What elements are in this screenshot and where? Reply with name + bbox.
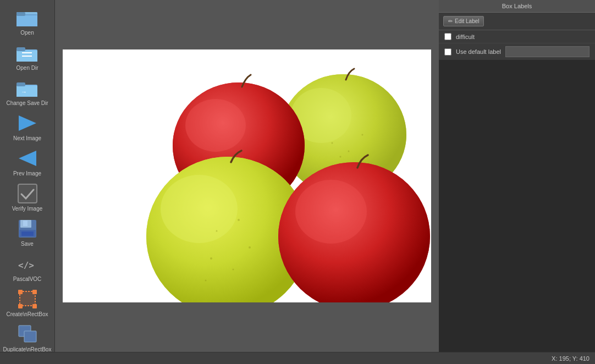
difficult-label: difficult [456, 34, 475, 40]
open-dir-label: Open Dir [16, 65, 38, 71]
svg-point-44 [210, 257, 212, 260]
svg-text:→: → [21, 89, 27, 95]
pascal-voc-icon: </> [16, 253, 38, 275]
svg-text:</>: </> [18, 260, 34, 271]
main-layout: Open Open Dir → [0, 0, 595, 352]
panel-toolbar: ✏ Edit Label [439, 13, 595, 30]
svg-marker-14 [19, 115, 36, 131]
toolbar: Open Open Dir → [0, 0, 55, 352]
toolbar-item-prev-image[interactable]: Prev Image [3, 145, 52, 179]
toolbar-item-duplicate-rectbox[interactable]: Duplicate\nRectBox [3, 321, 52, 352]
use-default-label-checkbox[interactable] [444, 48, 451, 56]
prev-image-label: Prev Image [13, 170, 41, 177]
right-panel: Box Labels ✏ Edit Label difficult Use de… [438, 0, 595, 352]
difficult-checkbox-row: difficult [439, 30, 595, 43]
image-container [63, 49, 431, 302]
save-label: Save [21, 241, 34, 247]
svg-marker-11 [16, 86, 37, 97]
svg-marker-15 [19, 151, 36, 166]
svg-point-50 [331, 142, 333, 144]
create-rectbox-label: Create\nRectBox [6, 311, 48, 318]
svg-rect-12 [16, 82, 25, 86]
duplicate-rectbox-icon [16, 323, 38, 345]
next-image-icon [16, 112, 38, 134]
create-rectbox-icon [16, 288, 38, 310]
change-save-dir-label: Change Save Dir [6, 100, 48, 107]
coordinates: X: 195; Y: 410 [552, 355, 590, 362]
svg-rect-19 [23, 220, 27, 226]
open-label: Open [20, 30, 34, 36]
toolbar-item-save[interactable]: Save [3, 216, 52, 250]
svg-point-43 [295, 180, 367, 244]
svg-point-46 [249, 246, 251, 249]
pascal-voc-label: PascalVOC [13, 276, 42, 283]
svg-rect-7 [16, 47, 25, 51]
edit-label-text: Edit Label [455, 18, 479, 24]
svg-point-45 [232, 269, 234, 271]
apple-image [63, 49, 431, 302]
toolbar-item-create-rectbox[interactable]: Create\nRectBox [3, 286, 52, 320]
difficult-checkbox[interactable] [444, 33, 451, 40]
save-icon [16, 218, 38, 240]
toolbar-item-open-dir[interactable]: Open Dir [3, 40, 52, 74]
toolbar-item-change-save-dir[interactable]: → Change Save Dir [3, 75, 52, 109]
panel-header: Box Labels [439, 0, 595, 13]
verify-image-icon [16, 183, 38, 205]
pencil-icon: ✏ [448, 18, 453, 24]
svg-marker-3 [16, 15, 37, 26]
default-label-row: Use default label [439, 43, 595, 60]
svg-point-49 [205, 280, 206, 282]
toolbar-item-open[interactable]: Open [3, 4, 52, 38]
svg-rect-24 [18, 290, 23, 294]
svg-rect-4 [16, 12, 25, 16]
panel-content [439, 60, 595, 352]
svg-rect-21 [21, 231, 34, 236]
open-icon [16, 7, 38, 29]
svg-point-48 [238, 219, 240, 221]
svg-rect-27 [32, 304, 37, 308]
default-label-input[interactable] [505, 46, 590, 57]
change-save-dir-icon: → [16, 77, 38, 99]
status-bar: X: 195; Y: 410 [0, 352, 595, 364]
canvas-area[interactable] [55, 0, 438, 352]
svg-point-51 [348, 151, 349, 152]
toolbar-item-pascal-voc[interactable]: </> PascalVOC [3, 251, 52, 285]
prev-image-icon [16, 147, 38, 169]
panel-title: Box Labels [502, 3, 532, 9]
next-image-label: Next Image [13, 135, 41, 142]
svg-point-53 [339, 156, 341, 158]
duplicate-rectbox-label: Duplicate\nRectBox [3, 346, 52, 352]
svg-rect-26 [18, 304, 23, 308]
toolbar-item-next-image[interactable]: Next Image [3, 110, 52, 144]
svg-rect-29 [24, 331, 36, 342]
open-dir-icon [16, 42, 38, 64]
svg-point-40 [161, 175, 238, 243]
toolbar-item-verify-image[interactable]: Verify Image [3, 180, 52, 214]
svg-point-47 [216, 230, 217, 232]
svg-rect-25 [32, 290, 37, 294]
verify-image-label: Verify Image [12, 206, 43, 212]
svg-point-52 [361, 134, 363, 136]
edit-label-button[interactable]: ✏ Edit Label [443, 16, 484, 26]
use-default-label-text: Use default label [456, 48, 501, 55]
svg-point-37 [185, 99, 246, 152]
